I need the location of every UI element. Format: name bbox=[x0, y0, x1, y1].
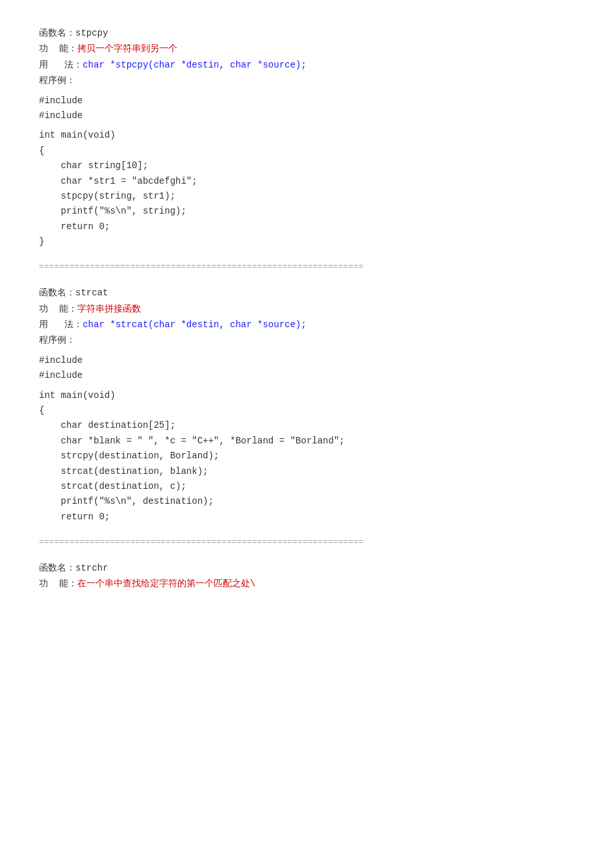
usage-row: 用 法：char *stpcpy(char *destin, char *sou… bbox=[39, 58, 575, 72]
usage-label-2: 用 法： bbox=[39, 319, 83, 330]
includes-block-1: #include #include bbox=[39, 93, 575, 123]
funcname-value: stpcpy bbox=[75, 28, 108, 38]
ability-value: 拷贝一个字符串到另一个 bbox=[77, 43, 177, 54]
code-line-2-0: int main(void) bbox=[39, 388, 575, 403]
ability-row-3: 功 能：在一个串中查找给定字符的第一个匹配之处\ bbox=[39, 577, 575, 591]
code-line-1-7: return 0; bbox=[39, 219, 575, 234]
code-line-1-6: printf("%s\n", string); bbox=[39, 204, 575, 218]
include-line-1: #include bbox=[39, 93, 575, 108]
example-label-row-2: 程序例： bbox=[39, 333, 575, 347]
ability-value-3: 在一个串中查找给定字符的第一个匹配之处\ bbox=[77, 578, 255, 589]
example-label-row: 程序例： bbox=[39, 73, 575, 88]
code-line-2-9: printf("%s\n", destination); bbox=[39, 494, 575, 508]
divider-1: ========================================… bbox=[39, 260, 575, 274]
funcname-label: 函数名： bbox=[39, 28, 75, 38]
ability-row-2: 功 能：字符串拼接函数 bbox=[39, 302, 575, 316]
funcname-value-3: strchr bbox=[75, 563, 108, 573]
include-line-2-1: #include bbox=[39, 353, 575, 367]
code-line-2-6: strcat(destination, blank); bbox=[39, 464, 575, 478]
section-stpcpy: 函数名：stpcpy 功 能：拷贝一个字符串到另一个 用 法：char *stp… bbox=[39, 26, 575, 249]
code-line-1-2: char string[10]; bbox=[39, 158, 575, 173]
usage-label: 用 法： bbox=[39, 60, 83, 70]
include-line-2: #include bbox=[39, 108, 575, 123]
usage-value-2: char *strcat(char *destin, char *source)… bbox=[83, 319, 306, 330]
ability-value-2: 字符串拼接函数 bbox=[77, 304, 141, 314]
usage-row-2: 用 法：char *strcat(char *destin, char *sou… bbox=[39, 317, 575, 332]
funcname-label-3: 函数名： bbox=[39, 563, 75, 573]
funcname-value-2: strcat bbox=[75, 288, 108, 298]
code-block-1: int main(void) { char string[10]; char *… bbox=[39, 128, 575, 249]
ability-label-2: 功 能： bbox=[39, 304, 77, 314]
example-label: 程序例： bbox=[39, 75, 75, 86]
code-line-1-3: char *str1 = "abcdefghi"; bbox=[39, 174, 575, 188]
funcname-row-2: 函数名：strcat bbox=[39, 286, 575, 300]
include-line-2-2: #include bbox=[39, 368, 575, 382]
code-line-2-5: strcpy(destination, Borland); bbox=[39, 449, 575, 463]
includes-block-2: #include #include bbox=[39, 353, 575, 383]
code-line-1-8: } bbox=[39, 234, 575, 249]
funcname-row: 函数名：stpcpy bbox=[39, 26, 575, 40]
code-line-2-1: { bbox=[39, 403, 575, 417]
code-line-1-5: stpcpy(string, str1); bbox=[39, 189, 575, 203]
funcname-row-3: 函数名：strchr bbox=[39, 561, 575, 575]
funcname-label-2: 函数名： bbox=[39, 288, 75, 298]
code-line-2-2: char destination[25]; bbox=[39, 418, 575, 432]
ability-label-3: 功 能： bbox=[39, 578, 77, 589]
code-line-2-10: return 0; bbox=[39, 510, 575, 524]
example-label-2: 程序例： bbox=[39, 335, 75, 345]
ability-label: 功 能： bbox=[39, 43, 77, 54]
divider-2: ========================================… bbox=[39, 536, 575, 549]
code-line-1-1: { bbox=[39, 143, 575, 158]
section-strcat: 函数名：strcat 功 能：字符串拼接函数 用 法：char *strcat(… bbox=[39, 286, 575, 524]
section-strchr: 函数名：strchr 功 能：在一个串中查找给定字符的第一个匹配之处\ bbox=[39, 561, 575, 591]
code-line-2-7: strcat(destination, c); bbox=[39, 479, 575, 493]
ability-row: 功 能：拷贝一个字符串到另一个 bbox=[39, 42, 575, 56]
code-block-2: int main(void) { char destination[25]; c… bbox=[39, 388, 575, 525]
usage-value: char *stpcpy(char *destin, char *source)… bbox=[83, 60, 306, 70]
code-line-1-0: int main(void) bbox=[39, 128, 575, 142]
code-line-2-3: char *blank = " ", *c = "C++", *Borland … bbox=[39, 434, 575, 448]
